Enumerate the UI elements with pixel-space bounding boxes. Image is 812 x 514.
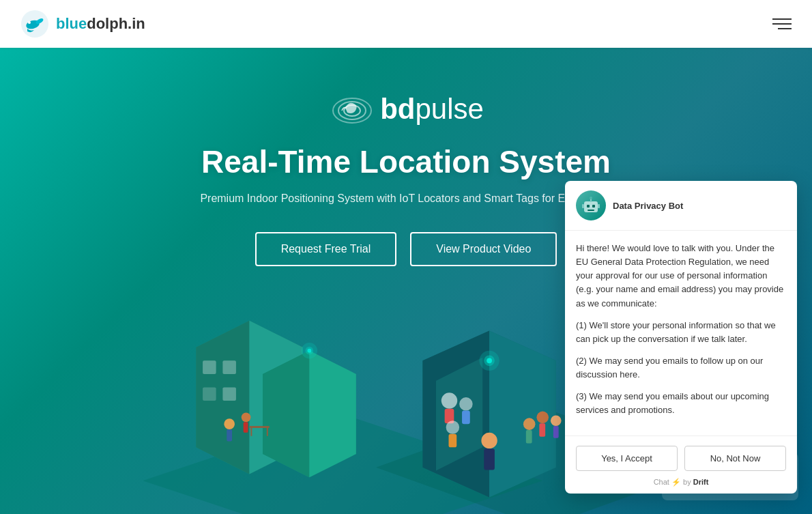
logo-text: bluedolph.in — [56, 15, 145, 33]
svg-point-39 — [523, 418, 536, 430]
svg-point-56 — [590, 197, 592, 199]
svg-rect-54 — [588, 210, 594, 211]
svg-point-21 — [242, 413, 251, 423]
bot-icon — [581, 196, 600, 215]
svg-point-47 — [487, 358, 492, 363]
svg-point-19 — [224, 418, 235, 429]
chat-text-4: (3) We may send you emails about our upc… — [576, 390, 786, 417]
site-header: bluedolph.in — [0, 0, 812, 48]
hero-section: bdpulse Real-Time Location System Premiu… — [0, 48, 812, 514]
chat-modal-header: Data Privacy Bot — [565, 181, 797, 231]
svg-rect-52 — [587, 205, 590, 208]
svg-point-31 — [441, 392, 457, 408]
svg-rect-13 — [222, 360, 236, 374]
chat-modal: Data Privacy Bot Hi there! We would love… — [565, 181, 797, 494]
svg-rect-42 — [539, 423, 545, 437]
svg-rect-57 — [582, 204, 584, 208]
svg-rect-53 — [592, 205, 595, 208]
svg-point-37 — [481, 433, 497, 448]
svg-rect-23 — [249, 426, 269, 428]
bdpulse-icon — [328, 89, 376, 130]
svg-point-41 — [536, 412, 549, 424]
svg-rect-22 — [244, 422, 248, 433]
svg-point-35 — [446, 420, 460, 434]
chat-text-2: (1) We'll store your personal informatio… — [576, 319, 786, 346]
logo-icon — [20, 10, 49, 38]
hero-title: Real-Time Location System — [201, 143, 611, 180]
chat-body[interactable]: Hi there! We would love to talk with you… — [565, 231, 797, 436]
svg-rect-36 — [449, 434, 457, 448]
svg-rect-34 — [462, 411, 470, 425]
svg-point-3 — [28, 21, 31, 24]
svg-rect-25 — [267, 428, 268, 436]
svg-rect-24 — [250, 428, 252, 436]
accept-button[interactable]: Yes, I Accept — [576, 446, 678, 471]
bdpulse-text: bdpulse — [380, 93, 484, 126]
logo[interactable]: bluedolph.in — [20, 10, 145, 38]
decline-button[interactable]: No, Not Now — [684, 446, 786, 471]
chat-text-1: Hi there! We would love to talk with you… — [576, 242, 786, 311]
svg-point-43 — [551, 415, 562, 426]
chat-text-3: (2) We may send you emails to follow up … — [576, 354, 786, 382]
drift-branding: Chat ⚡ by Drift — [576, 478, 786, 487]
hero-subtitle: Premium Indoor Positioning System with I… — [200, 192, 611, 205]
bot-avatar — [576, 190, 606, 220]
chat-footer: Yes, I Accept No, Not Now Chat ⚡ by Drif… — [565, 436, 797, 494]
chat-action-buttons: Yes, I Accept No, Not Now — [576, 446, 786, 471]
svg-rect-14 — [203, 387, 216, 401]
drift-link[interactable]: Drift — [693, 478, 709, 486]
bdpulse-logo: bdpulse — [328, 89, 484, 130]
svg-point-33 — [459, 397, 473, 411]
svg-rect-20 — [227, 429, 232, 442]
svg-rect-12 — [203, 360, 216, 374]
hamburger-menu[interactable] — [772, 18, 792, 29]
svg-rect-44 — [553, 426, 559, 438]
svg-rect-58 — [598, 204, 600, 208]
svg-rect-15 — [222, 387, 236, 401]
svg-point-50 — [307, 349, 311, 353]
bot-name-label: Data Privacy Bot — [613, 201, 683, 211]
svg-rect-40 — [526, 430, 532, 444]
svg-rect-38 — [484, 448, 495, 470]
